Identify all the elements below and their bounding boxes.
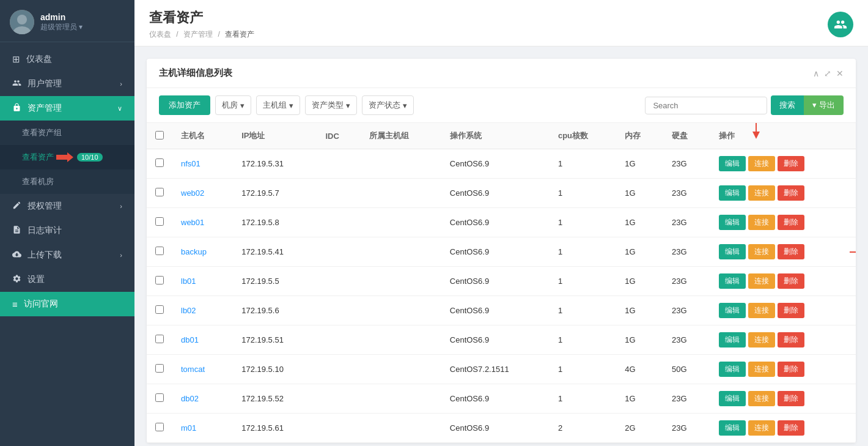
cell-hostname[interactable]: lb02 bbox=[172, 296, 233, 325]
delete-button[interactable]: 删除 bbox=[778, 185, 804, 201]
cell-idc bbox=[317, 414, 360, 443]
delete-button[interactable]: 删除 bbox=[778, 156, 804, 171]
cell-disk: 23G bbox=[663, 149, 710, 179]
cell-hostname[interactable]: tomcat bbox=[172, 355, 233, 384]
cell-cpu: 1 bbox=[550, 296, 616, 325]
sidebar-item-visit-website[interactable]: ≡ 访问官网 bbox=[0, 292, 134, 316]
expand-icon[interactable]: ⤢ bbox=[824, 69, 831, 78]
sidebar-item-user-mgmt[interactable]: 用户管理 › bbox=[0, 72, 134, 96]
row-checkbox[interactable] bbox=[155, 217, 164, 226]
row-checkbox[interactable] bbox=[155, 188, 164, 196]
select-all-checkbox[interactable] bbox=[155, 131, 164, 139]
sidebar-item-view-idc[interactable]: 查看机房 bbox=[0, 169, 134, 194]
edit-button[interactable]: 编辑 bbox=[719, 156, 746, 171]
th-hostname: 主机名 bbox=[172, 123, 233, 149]
row-checkbox[interactable] bbox=[155, 393, 164, 402]
edit-button[interactable]: 编辑 bbox=[719, 391, 746, 406]
sidebar-item-label: 授权管理 bbox=[28, 201, 62, 212]
row-checkbox[interactable] bbox=[155, 158, 164, 167]
connect-button[interactable]: 连接 bbox=[748, 273, 775, 289]
search-wrap: 搜索 ▾ 导出 bbox=[645, 95, 844, 115]
connect-button[interactable]: 连接 bbox=[748, 303, 775, 318]
cell-mem: 1G bbox=[616, 267, 663, 296]
table-row: m01172.19.5.61CentOS6.922G23G编辑连接删除 bbox=[147, 414, 856, 443]
sidebar-item-view-assets[interactable]: 查看资产 10/10 bbox=[0, 145, 134, 169]
action-buttons: 编辑连接删除 bbox=[719, 244, 847, 259]
cell-mem: 2G bbox=[616, 414, 663, 443]
row-checkbox[interactable] bbox=[155, 305, 164, 314]
row-checkbox[interactable] bbox=[155, 423, 164, 431]
search-button[interactable]: 搜索 bbox=[771, 95, 804, 115]
connect-button[interactable]: 连接 bbox=[748, 215, 775, 230]
search-input[interactable] bbox=[645, 97, 767, 114]
row-checkbox[interactable] bbox=[155, 364, 164, 373]
th-os: 操作系统 bbox=[441, 123, 550, 149]
edit-button[interactable]: 编辑 bbox=[719, 303, 746, 318]
export-button[interactable]: ▾ 导出 bbox=[804, 95, 844, 115]
delete-button[interactable]: 删除 bbox=[778, 391, 804, 406]
close-icon[interactable]: ✕ bbox=[836, 69, 844, 78]
sidebar-item-log-audit[interactable]: 日志审计 bbox=[0, 218, 134, 243]
edit-button[interactable]: 编辑 bbox=[719, 420, 746, 436]
row-checkbox[interactable] bbox=[155, 276, 164, 284]
edit-button[interactable]: 编辑 bbox=[719, 215, 746, 230]
edit-button[interactable]: 编辑 bbox=[719, 332, 746, 348]
filter-idc-button[interactable]: 机房 ▾ bbox=[215, 95, 251, 115]
connect-button[interactable]: 连接 bbox=[748, 332, 775, 348]
cell-actions: 编辑连接删除 bbox=[710, 179, 856, 208]
cell-hostname[interactable]: db01 bbox=[172, 325, 233, 355]
sidebar-item-asset-mgmt[interactable]: 资产管理 ∨ bbox=[0, 96, 134, 121]
cell-hostname[interactable]: db02 bbox=[172, 384, 233, 414]
cell-hostname[interactable]: backup bbox=[172, 237, 233, 267]
breadcrumb-current: 查看资产 bbox=[225, 30, 254, 39]
sidebar-item-view-asset-group[interactable]: 查看资产组 bbox=[0, 121, 134, 145]
filter-assetstatus-button[interactable]: 资产状态 ▾ bbox=[362, 95, 414, 115]
delete-button[interactable]: 删除 bbox=[778, 273, 804, 289]
row-checkbox[interactable] bbox=[155, 335, 164, 343]
chevron-right-icon: › bbox=[120, 203, 122, 210]
sidebar-item-upload-download[interactable]: 上传下载 › bbox=[0, 243, 134, 267]
delete-button[interactable]: 删除 bbox=[778, 215, 804, 230]
sidebar-item-dashboard[interactable]: ⊞ 仪表盘 bbox=[0, 47, 134, 72]
cell-disk: 23G bbox=[663, 296, 710, 325]
add-asset-button[interactable]: 添加资产 bbox=[159, 95, 210, 115]
connect-button[interactable]: 连接 bbox=[748, 391, 775, 406]
cell-actions: 编辑连接删除 bbox=[710, 355, 856, 384]
filter-hostgroup-button[interactable]: 主机组 ▾ bbox=[256, 95, 300, 115]
sidebar-item-auth-mgmt[interactable]: 授权管理 › bbox=[0, 194, 134, 218]
cell-hostname[interactable]: lb01 bbox=[172, 267, 233, 296]
cell-hostname[interactable]: web01 bbox=[172, 208, 233, 237]
action-buttons: 编辑连接删除 bbox=[719, 273, 847, 289]
edit-button[interactable]: 编辑 bbox=[719, 362, 746, 377]
cell-actions: 编辑连接删除 bbox=[710, 237, 856, 267]
delete-button[interactable]: 删除 bbox=[778, 420, 804, 436]
asset-table-wrap: 主机名 IP地址 IDC 所属主机组 操作系统 cpu核数 内存 硬盘 操作 bbox=[147, 123, 856, 443]
user-role[interactable]: 超级管理员 ▾ bbox=[40, 22, 83, 32]
filter-assettype-button[interactable]: 资产类型 ▾ bbox=[305, 95, 357, 115]
delete-button[interactable]: 删除 bbox=[778, 362, 804, 377]
edit-button[interactable]: 编辑 bbox=[719, 185, 746, 201]
card-header-actions: ∧ ⤢ ✕ bbox=[813, 69, 844, 78]
row-checkbox[interactable] bbox=[155, 247, 164, 255]
connect-button[interactable]: 连接 bbox=[748, 420, 775, 436]
edit-button[interactable]: 编辑 bbox=[719, 244, 746, 259]
cell-hostname[interactable]: nfs01 bbox=[172, 149, 233, 179]
breadcrumb-asset-mgmt[interactable]: 资产管理 bbox=[183, 30, 213, 39]
cell-idc bbox=[317, 384, 360, 414]
breadcrumb-dashboard[interactable]: 仪表盘 bbox=[149, 30, 171, 39]
connect-button[interactable]: 连接 bbox=[748, 156, 775, 171]
delete-button[interactable]: 删除 bbox=[778, 332, 804, 348]
cell-actions: 编辑连接删除 bbox=[710, 149, 856, 179]
connect-button[interactable]: 连接 bbox=[748, 185, 775, 201]
connect-button[interactable]: 连接 bbox=[748, 244, 775, 259]
sidebar-item-settings[interactable]: 设置 bbox=[0, 267, 134, 292]
cell-hostname[interactable]: m01 bbox=[172, 414, 233, 443]
collapse-icon[interactable]: ∧ bbox=[813, 69, 819, 78]
edit-button[interactable]: 编辑 bbox=[719, 273, 746, 289]
top-right-action-icon[interactable] bbox=[828, 12, 853, 37]
delete-button[interactable]: 删除 bbox=[778, 303, 804, 318]
delete-button[interactable]: 删除 bbox=[778, 244, 804, 259]
cell-hostname[interactable]: web02 bbox=[172, 179, 233, 208]
svg-marker-3 bbox=[56, 152, 73, 162]
connect-button[interactable]: 连接 bbox=[748, 362, 775, 377]
